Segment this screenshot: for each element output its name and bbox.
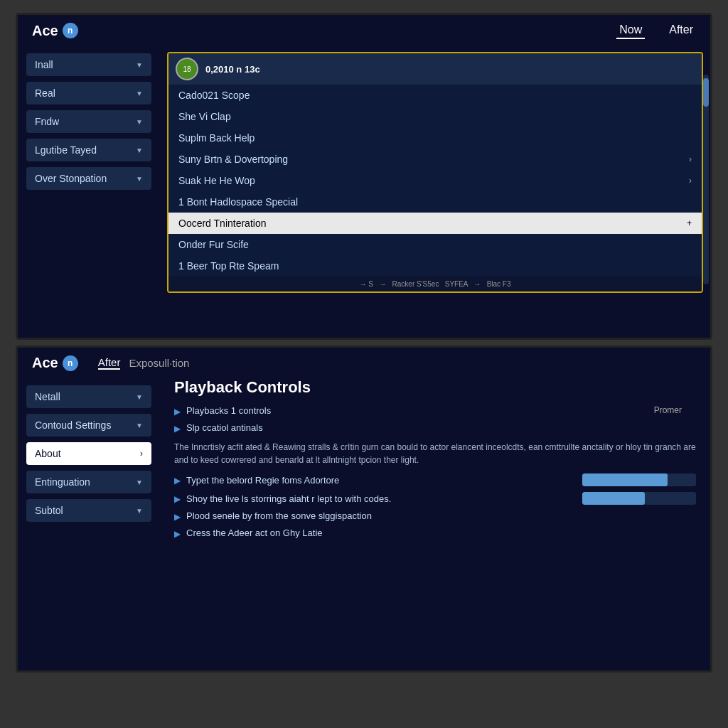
sidebar-item-real[interactable]: Real ▼ bbox=[26, 82, 151, 105]
sidebar-item-over[interactable]: Over Stonpation ▼ bbox=[26, 167, 151, 190]
logo-icon-bottom: n bbox=[63, 355, 78, 371]
bullet-icon-0: ▶ bbox=[174, 407, 181, 417]
bottom-content: Playback Controls Promer ▶ Playbacks 1 c… bbox=[160, 378, 710, 545]
menu-item-1[interactable]: She Vi Clap bbox=[168, 106, 702, 127]
feature-label-0: ▶ Typet the belord Regie foms Adortore bbox=[174, 474, 582, 486]
sidebar-item-lgutibe[interactable]: Lgutibe Tayed ▼ bbox=[26, 139, 151, 161]
dropdown-arrow-b0: ▼ bbox=[136, 393, 143, 401]
extra-bullet-icon-1: ▶ bbox=[174, 529, 181, 539]
sidebar-item-inall[interactable]: Inall ▼ bbox=[26, 53, 151, 76]
progress-fill-0 bbox=[582, 473, 668, 486]
arrow-icon-3: › bbox=[689, 154, 692, 164]
menu-panel-title: 0,2010 n 13c bbox=[205, 64, 260, 75]
top-body: Inall ▼ Real ▼ Fndw ▼ Lgutibe Tayed ▼ Ov… bbox=[18, 46, 710, 299]
dropdown-arrow-0: ▼ bbox=[136, 61, 143, 69]
header-tabs-top: Now After bbox=[616, 22, 696, 39]
dropdown-arrow-b1: ▼ bbox=[136, 422, 143, 429]
sidebar-item-about[interactable]: About › bbox=[26, 442, 151, 465]
dropdown-arrow-1: ▼ bbox=[136, 90, 143, 97]
breadcrumb-after[interactable]: After bbox=[98, 356, 121, 370]
app-logo-top: Ace n bbox=[32, 23, 78, 39]
menu-item-3[interactable]: Suny Brtn & Dovertoping › bbox=[168, 149, 702, 170]
logo-icon-top: n bbox=[63, 23, 78, 38]
app-title-bottom: Ace bbox=[32, 355, 58, 371]
arrow-icon-4: › bbox=[689, 176, 692, 186]
extra-bullet-1: ▶ Cress the Adeer act on Ghy Latie bbox=[174, 528, 696, 539]
sidebar-item-entinguation[interactable]: Entinguation ▼ bbox=[26, 471, 151, 493]
menu-panel: 18 0,2010 n 13c Cado021 Scope She Vi Cla… bbox=[167, 52, 703, 293]
menu-item-4[interactable]: Suak He He Wop › bbox=[168, 170, 702, 191]
app-logo-bottom: Ace n bbox=[32, 355, 78, 371]
top-content: 18 0,2010 n 13c Cado021 Scope She Vi Cla… bbox=[160, 46, 710, 299]
menu-item-7[interactable]: Onder Fur Scife bbox=[168, 234, 702, 255]
sidebar-item-netall[interactable]: Netall ▼ bbox=[26, 385, 151, 408]
primer-label: Promer bbox=[654, 405, 682, 415]
tab-now[interactable]: Now bbox=[616, 22, 645, 39]
footer-label: → S → Racker S'S5ec SYFEA → Blac F3 bbox=[359, 280, 510, 288]
feature-label-1: ▶ Shoy the live ls storrings aiaht r lep… bbox=[174, 493, 582, 504]
plus-icon-6: + bbox=[687, 218, 692, 228]
menu-item-0[interactable]: Cado021 Scope bbox=[168, 85, 702, 106]
breadcrumb-exposulltion[interactable]: Exposull·tion bbox=[129, 357, 189, 369]
top-header: Ace n Now After bbox=[18, 15, 710, 46]
bullet-item-1: ▶ Slp ccatiol antinals bbox=[174, 422, 696, 434]
dropdown-arrow-4: ▼ bbox=[136, 175, 143, 183]
sidebar-item-contoud[interactable]: Contoud Settings ▼ bbox=[26, 414, 151, 437]
top-sidebar: Inall ▼ Real ▼ Fndw ▼ Lgutibe Tayed ▼ Ov… bbox=[18, 46, 160, 299]
sidebar-item-fndw[interactable]: Fndw ▼ bbox=[26, 110, 151, 133]
sidebar-item-subtol[interactable]: Subtol ▼ bbox=[26, 499, 151, 522]
extra-bullet-0: ▶ Plood senele by from the sonve slggisp… bbox=[174, 510, 696, 522]
feat-bullet-1: ▶ bbox=[174, 494, 181, 504]
feature-row-1: ▶ Shoy the live ls storrings aiaht r lep… bbox=[174, 492, 696, 505]
menu-item-8[interactable]: 1 Beer Top Rte Speam bbox=[168, 255, 702, 277]
menu-avatar: 18 bbox=[176, 58, 198, 80]
menu-footer: → S → Racker S'S5ec SYFEA → Blac F3 bbox=[168, 277, 702, 291]
arrow-icon-about: › bbox=[140, 449, 143, 459]
feature-row-0: ▶ Typet the belord Regie foms Adortore bbox=[174, 473, 696, 486]
progress-bar-0 bbox=[582, 473, 696, 486]
bullet-item-0: ▶ Playbacks 1 controls bbox=[174, 405, 696, 417]
bottom-screen: Ace n After Exposull·tion Netall ▼ Conto… bbox=[16, 346, 712, 673]
extra-bullet-icon-0: ▶ bbox=[174, 512, 181, 522]
menu-item-2[interactable]: Suplm Back Help bbox=[168, 127, 702, 149]
content-main: Promer ▶ Playbacks 1 controls ▶ Slp ccat… bbox=[174, 405, 696, 539]
bottom-body: Netall ▼ Contoud Settings ▼ About › Enti… bbox=[18, 378, 710, 545]
menu-items-list: Cado021 Scope She Vi Clap Suplm Back Hel… bbox=[168, 85, 702, 277]
progress-fill-1 bbox=[582, 492, 645, 505]
dropdown-arrow-b4: ▼ bbox=[136, 507, 143, 515]
description-text: The Inncrtisly acfit ated & Reawing stra… bbox=[174, 441, 696, 466]
bottom-sidebar: Netall ▼ Contoud Settings ▼ About › Enti… bbox=[18, 378, 160, 545]
dropdown-arrow-b3: ▼ bbox=[136, 478, 143, 486]
progress-bar-1 bbox=[582, 492, 696, 505]
bullet-icon-1: ▶ bbox=[174, 424, 181, 434]
top-screen: Ace n Now After Inall ▼ Real ▼ bbox=[16, 13, 712, 340]
dropdown-arrow-2: ▼ bbox=[136, 118, 143, 126]
bottom-header: Ace n After Exposull·tion bbox=[18, 348, 710, 378]
menu-item-6[interactable]: Oocerd Tninteration + bbox=[168, 213, 702, 234]
app-title-top: Ace bbox=[32, 23, 58, 39]
dropdown-arrow-3: ▼ bbox=[136, 146, 143, 154]
tab-after[interactable]: After bbox=[666, 22, 696, 39]
menu-item-5[interactable]: 1 Bont Hadlospace Special bbox=[168, 191, 702, 213]
content-title: Playback Controls bbox=[174, 378, 696, 397]
feat-bullet-0: ▶ bbox=[174, 476, 181, 486]
menu-panel-header: 18 0,2010 n 13c bbox=[168, 53, 702, 85]
